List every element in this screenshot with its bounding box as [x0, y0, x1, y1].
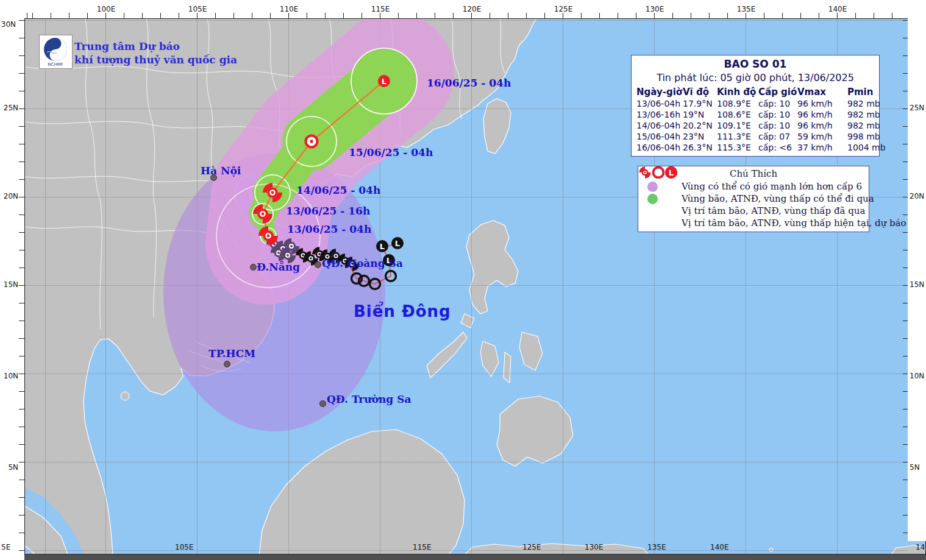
- cell: 20.2°N: [683, 120, 717, 131]
- col-header: Vĩ độ: [683, 86, 717, 98]
- track-date-label: 15/06/25 - 04h: [349, 146, 433, 158]
- bottom-axis-label: 105E: [175, 543, 194, 551]
- island-dot-hoangsa: [315, 261, 321, 268]
- cell: cấp: 07: [758, 131, 797, 142]
- left-axis-label: 20N: [0, 192, 18, 200]
- top-axis-label: 135E: [736, 5, 757, 13]
- corner-lat-label: 30N: [0, 20, 16, 29]
- top-axis-label: 110E: [279, 5, 299, 13]
- storm-forecast-map-screen: L: [0, 0, 926, 560]
- right-axis-label: 25N: [910, 104, 926, 112]
- current-symbols-icon: [638, 166, 677, 179]
- top-axis-label: 125E: [553, 5, 574, 13]
- city-label-hanoi: Hà Nội: [201, 165, 241, 177]
- cell: 15/06-04h: [636, 131, 683, 142]
- cell: 1004 mb: [847, 142, 883, 153]
- bottom-axis-label: 5E: [1, 543, 10, 551]
- track-date-label: 13/06/25 - 16h: [286, 205, 370, 217]
- legend-label: Vùng có thể có gió mạnh lớn hơn cấp 6: [682, 181, 862, 192]
- cell: 37 km/h: [797, 142, 847, 153]
- sea-name-label: Biển Đông: [354, 302, 451, 321]
- cell: 96 km/h: [797, 120, 847, 131]
- cell: cấp: 10: [758, 98, 797, 109]
- top-axis-label: 120E: [461, 5, 482, 13]
- cell: cấp: 10: [758, 120, 797, 131]
- col-header: Vmax: [797, 86, 847, 98]
- city-label-hcm: TP.HCM: [208, 347, 255, 360]
- top-axis-label: 105E: [187, 5, 208, 13]
- city-dot-hanoi: [210, 174, 217, 181]
- nchmf-logo-icon: NCHMF: [40, 35, 72, 68]
- cell: 108.6°E: [717, 109, 758, 120]
- top-axis-ticks: [24, 13, 908, 18]
- agency-name-line2: khí tượng thuỷ văn quốc gia: [74, 54, 237, 66]
- cell: 109.1°E: [717, 120, 758, 131]
- city-label-danang: Đ.Nẵng: [257, 261, 300, 273]
- bottom-axis-label: 140E: [710, 543, 729, 551]
- bottom-axis-label: 135E: [647, 543, 666, 551]
- track-date-label: 14/06/25 - 04h: [296, 184, 380, 196]
- top-axis-label: 140E: [827, 5, 848, 13]
- cell: 59 km/h: [797, 131, 847, 142]
- track-date-label: 13/06/25 - 04h: [287, 223, 371, 235]
- bottom-axis-label: 14: [916, 543, 925, 551]
- left-axis-label: 10N: [0, 372, 18, 380]
- svg-text:NCHMF: NCHMF: [48, 62, 63, 67]
- left-axis-label: 5N: [0, 463, 18, 472]
- legend-item: Vị trí tâm bão, ATNĐ, vùng thấp hiện tại…: [638, 217, 869, 229]
- green-area-icon: [647, 194, 658, 204]
- cell: 108.9°E: [717, 98, 758, 109]
- left-axis-label: 15N: [0, 280, 18, 289]
- top-axis-label: 100E: [96, 5, 116, 13]
- cell: cấp: 10: [758, 109, 797, 120]
- cell: 23°N: [683, 131, 717, 142]
- cell: 96 km/h: [797, 98, 847, 109]
- legend-item: Vị trí tâm bão, ATNĐ, vùng thấp đã qua: [638, 205, 869, 217]
- cell: 982 mb: [847, 109, 883, 120]
- col-header: Cấp gió: [758, 86, 797, 98]
- top-axis-label: 115E: [370, 5, 391, 13]
- forecast-low-symbol: [378, 75, 390, 87]
- storm-table-row: 14/06-04h 20.2°N 109.1°E cấp: 10 96 km/h…: [632, 120, 879, 131]
- city-dot-hcm: [224, 361, 230, 367]
- right-axis-label: 15N: [910, 280, 926, 289]
- storm-table-row: 16/06-04h 26.3°N 115.3°E cấp: <6 37 km/h…: [632, 142, 879, 153]
- left-axis-ticks: [19, 18, 24, 555]
- legend: Chú Thích Vùng có thể có gió mạnh lớn hơ…: [638, 166, 869, 232]
- legend-item: Vùng bão, ATNĐ, vùng thấp có thể đi qua: [638, 193, 869, 205]
- left-axis-label: 25N: [0, 104, 18, 112]
- storm-table-header: Ngày-giờ Vĩ độ Kinh độ Cấp gió Vmax Pmin: [632, 86, 879, 98]
- bottom-axis-label: 130E: [585, 543, 604, 551]
- legend-item: Vùng có thể có gió mạnh lớn hơn cấp 6: [638, 180, 869, 193]
- storm-table-row: 15/06-04h 23°N 111.3°E cấp: 07 59 km/h 9…: [632, 131, 879, 142]
- bottom-axis-label: 115E: [413, 543, 432, 551]
- col-header: Ngày-giờ: [636, 86, 683, 98]
- right-axis-label: 10N: [910, 372, 926, 380]
- city-dot-danang: [250, 264, 257, 271]
- cell: 26.3°N: [683, 142, 717, 153]
- island-label-hoangsa: QĐ. Hoàng Sa: [322, 257, 403, 269]
- storm-table-row: 13/06-04h 17.9°N 108.9°E cấp: 10 96 km/h…: [632, 98, 879, 109]
- cell: cấp: <6: [758, 142, 797, 153]
- cell: 13/06-16h: [636, 109, 683, 120]
- legend-label: Vùng bão, ATNĐ, vùng thấp có thể đi qua: [682, 193, 874, 204]
- track-date-label: 16/06/25 - 04h: [427, 77, 511, 89]
- right-axis-label: 20N: [910, 192, 926, 200]
- legend-label: Vị trí tâm bão, ATNĐ, vùng thấp hiện tại…: [682, 218, 906, 229]
- storm-title: BAO SO 01: [632, 55, 879, 70]
- cell: 982 mb: [847, 120, 883, 131]
- top-axis-label: 130E: [644, 5, 665, 13]
- cell: 13/06-04h: [636, 98, 683, 109]
- nchmf-logo: NCHMF: [39, 35, 73, 69]
- cell: 14/06-04h: [636, 120, 683, 131]
- island-label-truongsa: QĐ. Trường Sa: [327, 393, 411, 405]
- cell: 19°N: [683, 109, 717, 120]
- purple-area-icon: [647, 182, 658, 192]
- cell: 17.9°N: [683, 98, 717, 109]
- island-dot-truongsa: [319, 400, 326, 407]
- storm-table-row: 13/06-16h 19°N 108.6°E cấp: 10 96 km/h 9…: [632, 109, 879, 120]
- cell: 96 km/h: [797, 109, 847, 120]
- bottom-axis-label: 125E: [522, 543, 541, 551]
- col-header: Kinh độ: [717, 86, 758, 98]
- cell: 16/06-04h: [636, 142, 683, 153]
